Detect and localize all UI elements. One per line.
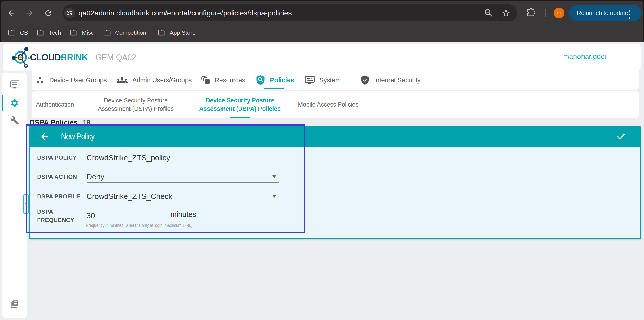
- bookmark-folder-tech[interactable]: Tech: [37, 28, 61, 38]
- brand-b: B: [60, 44, 67, 71]
- nav-tab-resources[interactable]: Resources: [202, 71, 245, 90]
- avatar-initial: m: [556, 10, 562, 17]
- brand-rink: RINK: [67, 52, 88, 62]
- brand-cloud: CLOUD: [30, 52, 60, 62]
- app-page: CLOUDBRINK GEM QA02 manohar.gdqi: [0, 42, 644, 320]
- resources-stack-icon: [202, 76, 210, 85]
- zoom-indicator-button[interactable]: [484, 8, 493, 18]
- subnav-label: Mobile Access Policies: [298, 101, 358, 108]
- bookmark-label: Tech: [49, 29, 61, 36]
- kebab-dot: [628, 17, 630, 19]
- site-settings-icon: [66, 10, 73, 16]
- bookmark-label: App Store: [170, 29, 196, 36]
- extensions-puzzle-icon: [526, 8, 535, 17]
- browser-menu-button[interactable]: [627, 10, 632, 20]
- bookmark-label: Misc: [82, 29, 94, 36]
- wrench-icon: [10, 116, 19, 125]
- bookmark-folder-misc[interactable]: Misc: [70, 28, 94, 38]
- folder-icon: [37, 29, 44, 36]
- subnav-active-underline: [230, 117, 250, 118]
- bookmark-star-button[interactable]: [501, 8, 511, 19]
- subnav-tab-dspa-policies[interactable]: Device Security Posture Assessment (DSPA…: [195, 91, 285, 118]
- system-monitor-icon: [305, 76, 314, 85]
- reload-icon: [44, 9, 53, 18]
- folder-icon: [8, 29, 16, 36]
- nav-tab-policies[interactable]: Policies: [256, 71, 294, 90]
- user-menu[interactable]: manohar.gdqi: [563, 44, 606, 69]
- extensions-button[interactable]: [526, 8, 535, 18]
- toolbar-divider: [545, 9, 546, 17]
- browser-chrome: qa02admin.cloudbrink.com/eportal/configu…: [0, 0, 644, 42]
- arrow-forward-icon: [25, 9, 34, 18]
- browser-toolbar: qa02admin.cloudbrink.com/eportal/configu…: [1, 1, 643, 42]
- nav-label: System: [319, 77, 341, 84]
- subnav-label: Device Security Posture Assessment (DSPA…: [195, 96, 285, 113]
- device-groups-icon: [36, 76, 44, 84]
- browser-back-button[interactable]: [4, 6, 18, 20]
- subnav-tab-dspa-profiles[interactable]: Device Security Posture Assessment (DSPA…: [94, 91, 178, 118]
- relaunch-label: Relaunch to update: [577, 5, 628, 21]
- panel-save-icon[interactable]: [617, 132, 625, 141]
- browser-forward-button[interactable]: [22, 6, 37, 20]
- policies-shield-icon: [256, 75, 265, 85]
- subnav-label: Authentication: [36, 101, 74, 108]
- nav-tab-system[interactable]: System: [305, 71, 341, 90]
- nav-tab-internet-security[interactable]: Internet Security: [360, 71, 420, 90]
- url-text[interactable]: qa02admin.cloudbrink.com/eportal/configu…: [78, 5, 292, 22]
- nav-active-underline: [264, 88, 284, 89]
- admin-groups-icon: [116, 75, 128, 86]
- bookmark-label: Competition: [115, 29, 146, 36]
- nav-tab-admin-users[interactable]: Admin Users/Groups: [116, 71, 192, 90]
- cloudbrink-wordmark: CLOUDBRINK: [30, 44, 88, 71]
- library-books-icon: [10, 300, 19, 308]
- nav-tab-device-user-groups[interactable]: Device User Groups: [36, 71, 107, 90]
- nav-label: Internet Security: [374, 77, 420, 84]
- app-header: CLOUDBRINK GEM QA02 manohar.gdqi: [3, 44, 641, 71]
- nav-label: Resources: [215, 77, 245, 84]
- arrow-back-icon: [7, 9, 16, 18]
- address-bar[interactable]: qa02admin.cloudbrink.com/eportal/configu…: [62, 5, 517, 22]
- workspace-label: GEM QA02: [96, 44, 136, 71]
- bookmark-label: CB: [20, 29, 28, 36]
- subnav-label: Device Security Posture Assessment (DSPA…: [94, 96, 178, 113]
- bookmark-folder-cb[interactable]: CB: [8, 28, 28, 38]
- star-icon: [501, 8, 511, 18]
- zoom-out-icon: [484, 8, 493, 18]
- bookmark-folder-appstore[interactable]: App Store: [158, 28, 196, 38]
- kebab-dot: [628, 10, 630, 12]
- sidebar-item-dashboard[interactable]: [2, 80, 26, 89]
- dashboard-monitor-icon: [10, 80, 20, 89]
- folder-icon: [158, 29, 166, 36]
- browser-reload-button[interactable]: [41, 6, 56, 20]
- profile-avatar[interactable]: m: [554, 8, 564, 18]
- secondary-nav: Authentication Device Security Posture A…: [32, 91, 639, 118]
- cloudbrink-logo-icon: [12, 47, 30, 68]
- gear-icon: [10, 99, 19, 108]
- sidebar-item-tools[interactable]: [2, 116, 26, 125]
- nav-label: Admin Users/Groups: [132, 77, 192, 84]
- security-shield-icon: [360, 75, 370, 85]
- subnav-tab-mobile-access[interactable]: Mobile Access Policies: [298, 91, 358, 118]
- subnav-tab-authentication[interactable]: Authentication: [36, 91, 74, 118]
- nav-label: Device User Groups: [49, 77, 107, 84]
- folder-icon: [103, 29, 111, 36]
- kebab-dot: [628, 14, 630, 15]
- nav-label: Policies: [270, 77, 294, 84]
- sidebar-item-logs[interactable]: [2, 300, 26, 308]
- folder-icon: [70, 29, 78, 36]
- primary-nav: Device User Groups Admin Users/Groups Re…: [32, 71, 639, 90]
- annotation-outline: [26, 124, 305, 233]
- bookmark-folder-competition[interactable]: Competition: [103, 28, 146, 38]
- site-settings-button[interactable]: [64, 8, 75, 18]
- sidebar-item-configure[interactable]: [2, 99, 26, 108]
